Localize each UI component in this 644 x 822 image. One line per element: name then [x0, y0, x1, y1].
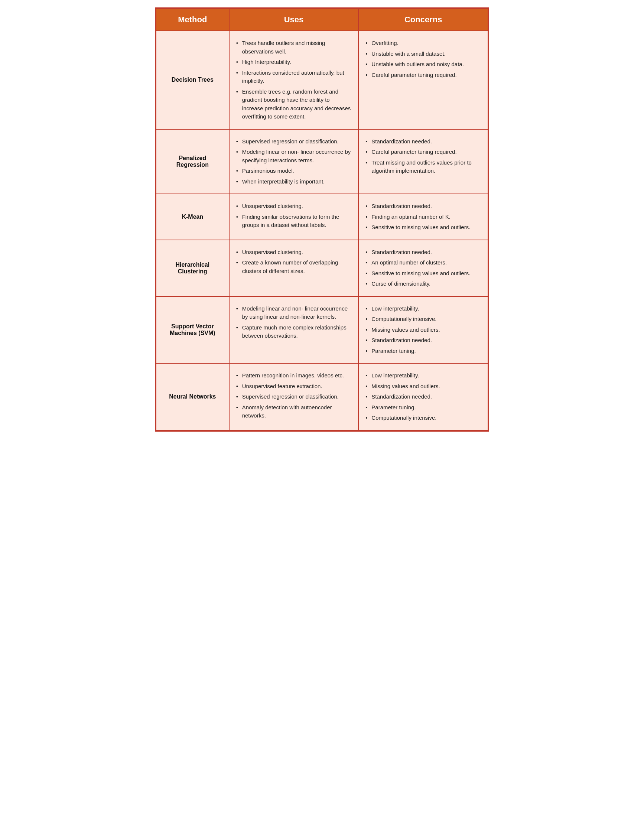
method-cell-5: Neural Networks	[156, 363, 229, 431]
list-item: Anomaly detection with autoencoder netwo…	[235, 402, 353, 421]
list-item: Finding an optimal number of K.	[365, 212, 482, 222]
table-row: K-MeanUnsupervised clustering.Finding si…	[156, 194, 488, 240]
list-item: Create a known number of overlapping clu…	[235, 258, 353, 276]
list-item: Parsimonious model.	[235, 166, 353, 176]
concerns-cell-4: Low interpretability.Computationally int…	[359, 296, 488, 363]
list-item: Finding similar observations to form the…	[235, 212, 353, 231]
header-method: Method	[156, 9, 229, 31]
main-table: Method Uses Concerns Decision TreesTrees…	[155, 8, 489, 432]
table-row: Penalized RegressionSupervised regressio…	[156, 129, 488, 194]
table-row: Hierarchical ClusteringUnsupervised clus…	[156, 240, 488, 296]
list-item: Unstable with a small dataset.	[365, 49, 482, 60]
list-item: Trees handle outliers and missing observ…	[235, 38, 353, 57]
uses-cell-2: Unsupervised clustering.Finding similar …	[229, 194, 359, 240]
list-item: Sensitive to missing values and outliers…	[365, 222, 482, 233]
list-item: Modeling linear or non- linear occurrenc…	[235, 147, 353, 166]
method-cell-2: K-Mean	[156, 194, 229, 240]
list-item: Unsupervised clustering.	[235, 201, 353, 212]
list-item: Careful parameter tuning required.	[365, 70, 482, 81]
uses-cell-5: Pattern recognition in images, videos et…	[229, 363, 359, 431]
concerns-cell-5: Low interpretability.Missing values and …	[359, 363, 488, 431]
list-item: Capture much more complex relationships …	[235, 322, 353, 341]
uses-cell-3: Unsupervised clustering.Create a known n…	[229, 240, 359, 296]
list-item: Standardization needed.	[365, 391, 482, 402]
list-item: High Interpretability.	[235, 57, 353, 67]
header-concerns: Concerns	[359, 9, 488, 31]
list-item: When interpretability is important.	[235, 176, 353, 187]
list-item: Supervised regression or classification.	[235, 136, 353, 147]
concerns-cell-1: Standardization needed.Careful parameter…	[359, 129, 488, 194]
list-item: Careful parameter tuning required.	[365, 147, 482, 158]
method-cell-1: Penalized Regression	[156, 129, 229, 194]
list-item: Standardization needed.	[365, 136, 482, 147]
list-item: Low interpretability.	[365, 370, 482, 381]
table-row: Support Vector Machines (SVM)Modeling li…	[156, 296, 488, 363]
list-item: Computationally intensive.	[365, 314, 482, 325]
list-item: Computationally intensive.	[365, 413, 482, 423]
list-item: Pattern recognition in images, videos et…	[235, 370, 353, 381]
list-item: Curse of dimensionality.	[365, 279, 482, 289]
list-item: Low interpretability.	[365, 304, 482, 314]
list-item: Sensitive to missing values and outliers…	[365, 268, 482, 279]
list-item: Treat missing and outliers values prior …	[365, 158, 482, 176]
list-item: Missing values and outliers.	[365, 381, 482, 392]
list-item: Unsupervised clustering.	[235, 247, 353, 258]
list-item: Supervised regression or classification.	[235, 391, 353, 402]
uses-cell-1: Supervised regression or classification.…	[229, 129, 359, 194]
list-item: Overfitting.	[365, 38, 482, 49]
method-cell-0: Decision Trees	[156, 31, 229, 129]
list-item: Modeling linear and non- linear occurren…	[235, 304, 353, 322]
uses-cell-4: Modeling linear and non- linear occurren…	[229, 296, 359, 363]
list-item: An optimal number of clusters.	[365, 258, 482, 268]
list-item: Standardization needed.	[365, 335, 482, 346]
concerns-cell-2: Standardization needed.Finding an optima…	[359, 194, 488, 240]
table-row: Decision TreesTrees handle outliers and …	[156, 31, 488, 129]
list-item: Unstable with outliers and noisy data.	[365, 59, 482, 70]
table-row: Neural NetworksPattern recognition in im…	[156, 363, 488, 431]
concerns-cell-3: Standardization needed.An optimal number…	[359, 240, 488, 296]
list-item: Standardization needed.	[365, 201, 482, 212]
header-uses: Uses	[229, 9, 359, 31]
list-item: Missing values and outliers.	[365, 325, 482, 336]
list-item: Unsupervised feature extraction.	[235, 381, 353, 392]
list-item: Ensemble trees e.g. random forest and gr…	[235, 87, 353, 122]
list-item: Standardization needed.	[365, 247, 482, 258]
list-item: Interactions considered automatically, b…	[235, 67, 353, 87]
method-cell-4: Support Vector Machines (SVM)	[156, 296, 229, 363]
list-item: Parameter tuning.	[365, 346, 482, 357]
uses-cell-0: Trees handle outliers and missing observ…	[229, 31, 359, 129]
list-item: Parameter tuning.	[365, 402, 482, 413]
method-cell-3: Hierarchical Clustering	[156, 240, 229, 296]
concerns-cell-0: Overfitting.Unstable with a small datase…	[359, 31, 488, 129]
